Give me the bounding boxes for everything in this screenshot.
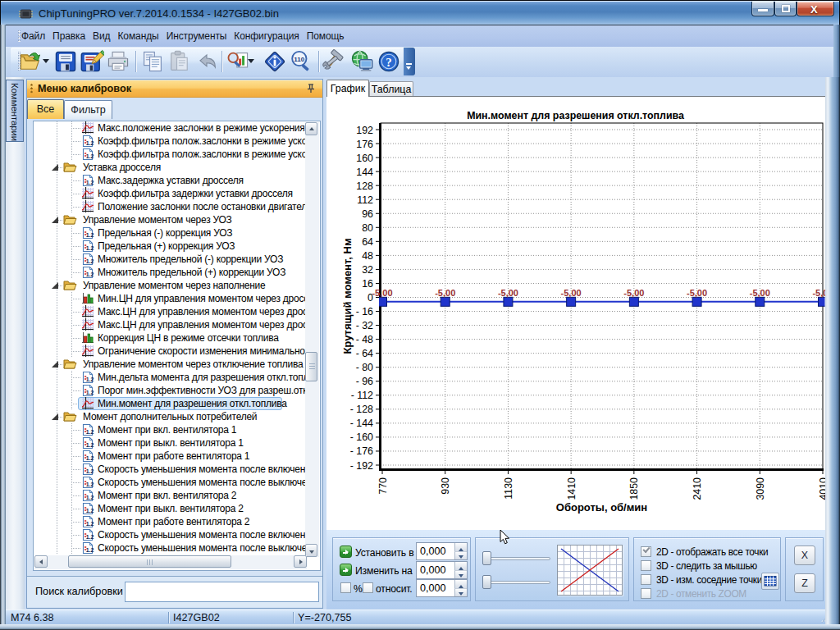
tree-item[interactable]: 1.2Момент при работе вентилятора 1 [34,450,306,463]
tree-item-label[interactable]: Макс.ЦН для управления моментом через др… [98,305,306,318]
tree-item-label[interactable]: Коэфф.фильтра полож.заслонки в режиме ус… [98,148,306,161]
tree-item-label[interactable]: Положение заслонки после остановки двига… [98,200,306,213]
tree-item-label[interactable]: Мин.ЦН для управления моментом через дро… [98,292,306,305]
relative-value[interactable]: 0,000 [420,580,446,596]
tree-item-label[interactable]: Скорость уменьшения момента после выключ… [98,476,306,489]
spin-down-button[interactable] [454,588,467,596]
expand-icon[interactable] [52,164,58,171]
menu-item-4[interactable]: Команды [115,25,161,47]
tree-vertical-scrollbar[interactable] [305,122,319,557]
save-button[interactable] [54,50,77,73]
tree-item[interactable]: Макс.ЦН для управления моментом через др… [34,305,306,318]
spin-down-button[interactable] [454,551,467,559]
tree-item-label[interactable]: Момент при вкл. вентилятора 1 [98,423,236,436]
tree-item-label[interactable]: Коэфф.фильтра задержки уставки дросселя [98,187,293,200]
tree-item-label[interactable]: Скорость уменьшения момента после включе… [98,463,306,476]
tree-item-label[interactable]: Управление моментом через наполнение [83,279,266,292]
tree-item[interactable]: Управление моментом через наполнение [34,279,306,292]
close-button[interactable]: X [797,2,834,16]
save-as-button[interactable] [80,50,103,73]
tree-item[interactable]: Уставка дросселя [34,161,306,174]
set-to-value[interactable]: 0,000 [420,543,446,559]
expand-icon[interactable] [52,413,58,420]
tree-item[interactable]: Макс.положение заслонки в режиме ускорен… [34,121,306,135]
expand-icon[interactable] [52,217,58,223]
tree-item-label[interactable]: Скорость уменьшения момента после выключ… [98,541,306,555]
tree-horizontal-scrollbar[interactable] [34,555,307,569]
menu-item-2[interactable]: Правка [50,25,88,47]
slider-1-track[interactable] [484,557,550,560]
tree-item-label[interactable]: Макс.задержка уставки дросселя [98,174,244,187]
tree-item[interactable]: 1.2Скорость уменьшения момента после вкл… [34,528,306,541]
calibration-panel-header[interactable]: Меню калибровок [27,80,322,98]
tree-item[interactable]: Момент дополнительных потребителей [34,410,306,423]
tab-table[interactable]: Таблица [369,81,413,97]
menu-item-1[interactable]: Файл [19,25,48,47]
tab-comments[interactable]: Комментарии [6,80,24,142]
tree-item-label[interactable]: Предельная (+) коррекция УОЗ [98,240,235,253]
tab-filter[interactable]: Фильтр [64,100,112,119]
tree-item-label[interactable]: Момент при вкл. вентилятора 2 [98,489,236,502]
slider-2-track[interactable] [484,581,550,584]
dropdown-arrow-icon[interactable] [248,59,254,66]
tree-hscrollbar-thumb[interactable] [68,555,231,568]
tab-all[interactable]: Все [27,99,64,119]
tree-item-label[interactable]: Коррекция ЦН в режиме отсечки топлива [98,331,279,345]
tree-item[interactable]: Коррекция ЦН в режиме отсечки топлива [34,331,306,345]
help-button[interactable]: ? [377,50,400,73]
tree-item[interactable]: 1.2Момент при работе вентилятора 2 [34,515,306,528]
tree-item[interactable]: 1.2Мин.дельта момента для разрешения отк… [34,371,306,384]
expand-icon[interactable] [52,361,58,368]
title-bar[interactable]: ChipTuningPRO ver.7.2014.0.1534 - I427GB… [1,1,839,25]
tree-item[interactable]: 1.2Момент при вкл. вентилятора 1 [34,423,306,436]
menu-item-6[interactable]: Конфигурация [231,25,301,47]
percent-checkbox[interactable] [340,582,351,593]
apply-set-button[interactable] [340,546,352,558]
tree-item-label[interactable]: Управление моментом через УОЗ [83,213,232,226]
scroll-down-button[interactable] [305,544,317,557]
graph-preview[interactable] [557,545,623,596]
tab-graph[interactable]: График [326,80,369,97]
spin-down-button[interactable] [454,570,467,578]
menu-item-5[interactable]: Инструменты [164,25,230,47]
tree-item-label[interactable]: Момент при выкл. вентилятора 2 [98,502,244,515]
tree-item[interactable]: 1.2Макс.задержка уставки дросселя [34,174,306,187]
option-checkbox-3[interactable] [641,574,651,585]
print-button[interactable] [107,50,130,73]
tree-item-label[interactable]: Предельная (-) коррекция УОЗ [98,226,232,240]
tree-item-label[interactable]: Множитель предельной (+) коррекции УОЗ [98,266,285,279]
undo-button[interactable] [195,50,218,73]
tree-item-label[interactable]: Макс.ЦН для управления моментом через др… [98,318,306,331]
slider-2-thumb[interactable] [482,575,491,589]
scroll-left-button[interactable] [34,555,48,568]
tree-item[interactable]: 1.2Скорость уменьшения момента после вык… [34,476,306,489]
x-axis-button[interactable]: X [794,546,815,565]
tree-item[interactable]: 1.2Момент при выкл. вентилятора 2 [34,502,306,515]
table-grid-button[interactable] [761,573,779,590]
toolbar-overflow-button[interactable] [404,48,415,75]
tree-item[interactable]: 1.2Предельная (+) коррекция УОЗ [34,240,306,253]
tree-item[interactable]: 1.2Момент при выкл. вентилятора 1 [34,436,306,450]
spin-up-button[interactable] [454,580,467,588]
paste-button[interactable] [168,50,191,73]
tree-item-label[interactable]: Множитель предельной (-) коррекции УОЗ [98,253,283,266]
tree-item[interactable]: 1.2Предельная (-) коррекция УОЗ [34,226,306,240]
tree-item[interactable]: Мин.момент для разрешения откл.топлива [34,397,306,410]
change-by-spinner[interactable]: 0,000 [416,561,468,579]
tree-item[interactable]: Положение заслонки после остановки двига… [34,200,306,213]
zoom-110-button[interactable]: 110 [289,50,312,73]
menu-item-7[interactable]: Помощь [304,25,347,47]
tree-scrollbar-thumb[interactable] [305,352,317,381]
tree-item[interactable]: Управление моментом через отключение топ… [34,358,306,371]
option-checkbox-1[interactable] [641,546,651,557]
tree-item-label[interactable]: Момент при работе вентилятора 1 [98,450,249,463]
scroll-right-button[interactable] [294,555,307,568]
info-diamond-button[interactable] [263,50,286,73]
tree-item[interactable]: Коэфф.фильтра задержки уставки дросселя [34,187,306,200]
tree-item-label[interactable]: Момент при выкл. вентилятора 1 [98,436,244,450]
tree-item[interactable]: 1.2Множитель предельной (-) коррекции УО… [34,253,306,266]
minimize-button[interactable] [751,2,774,16]
tree-item-label[interactable]: Уставка дросселя [83,161,161,174]
tree-item-label[interactable]: Коэфф.фильтра полож.заслонки в режиме ус… [98,135,306,148]
spin-up-button[interactable] [454,543,467,551]
